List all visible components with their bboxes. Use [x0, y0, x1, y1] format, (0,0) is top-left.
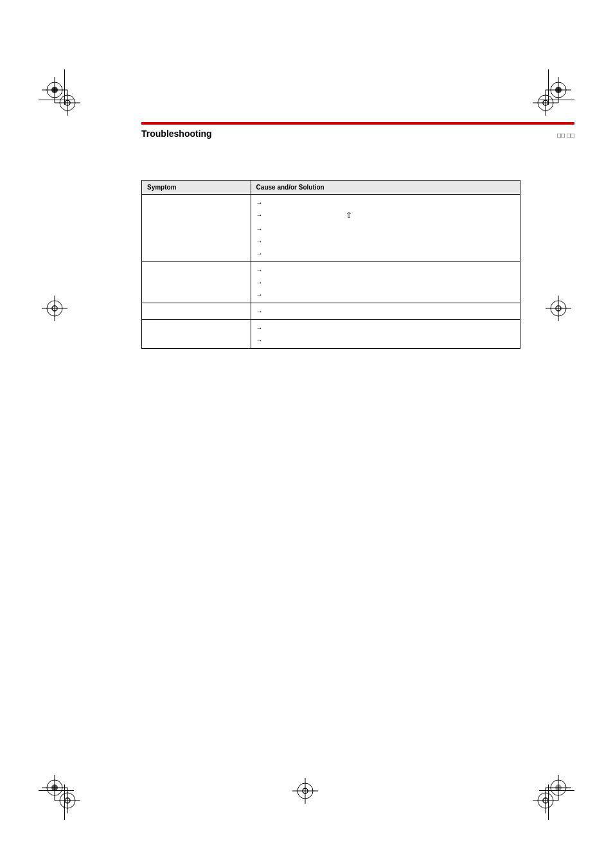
solution-item: →: [256, 336, 515, 344]
arrow-icon: →: [256, 237, 263, 245]
symptom-text-1: [147, 199, 245, 207]
solution-text: [265, 290, 358, 299]
solution-text: ⇧: [265, 211, 352, 221]
arrow-icon: →: [256, 225, 263, 233]
corner-line-br-horizontal: [539, 790, 574, 791]
solution-item: →: [256, 290, 515, 299]
solution-item: →: [256, 324, 515, 332]
solution-cell-2: → →: [251, 261, 520, 303]
col-header-solution: Cause and/or Solution: [251, 181, 520, 195]
solution-item: → ⇧: [256, 211, 515, 221]
reg-mark-top-left-2: [55, 90, 80, 116]
reg-mark-bottom-left-2: [55, 788, 80, 813]
corner-line-tr-horizontal: [539, 100, 574, 100]
solution-text: [265, 237, 358, 245]
intro-text: [141, 148, 514, 167]
reg-mark-bottom-right-2: [533, 788, 558, 813]
printer-icon: ⇧: [346, 211, 352, 221]
main-content: Troubleshooting Symptom Cause and/or Sol…: [141, 122, 574, 349]
table-row: → →: [142, 319, 520, 348]
solution-text: [265, 336, 358, 344]
reg-mark-bottom-center: [292, 778, 318, 804]
arrow-icon: →: [256, 249, 263, 258]
solution-text: [265, 199, 358, 207]
solution-item: →: [256, 266, 515, 274]
solution-text: [265, 278, 358, 287]
symptom-cell-1: [142, 195, 251, 262]
col-header-symptom: Symptom: [142, 181, 251, 195]
arrow-icon: →: [256, 336, 263, 344]
solution-cell-3: →: [251, 303, 520, 319]
solution-text: [265, 225, 358, 233]
table-row: →: [142, 303, 520, 319]
arrow-icon: →: [256, 290, 263, 299]
table-row: → → ⇧ →: [142, 195, 520, 262]
arrow-icon: →: [256, 266, 263, 274]
reg-mark-top-right-2: [533, 90, 558, 116]
reg-mark-middle-left: [42, 296, 67, 321]
symptom-text-2: [147, 266, 245, 274]
arrow-icon: →: [256, 307, 263, 315]
troubleshoot-table: Symptom Cause and/or Solution →: [141, 180, 520, 349]
symptom-cell-2: [142, 261, 251, 303]
solution-item: →: [256, 237, 515, 245]
solution-item: →: [256, 278, 515, 287]
arrow-icon: →: [256, 278, 263, 287]
symptom-cell-3: [142, 303, 251, 319]
page-title: Troubleshooting: [141, 128, 574, 139]
arrow-icon: →: [256, 199, 263, 207]
solution-cell-4: → →: [251, 319, 520, 348]
corner-line-tl-horizontal: [39, 100, 74, 100]
symptom-text-4: [147, 324, 245, 332]
symptom-cell-4: [142, 319, 251, 348]
solution-text: [265, 266, 358, 274]
arrow-icon: →: [256, 211, 263, 219]
solution-item: →: [256, 249, 515, 258]
solution-text: [265, 324, 358, 332]
solution-text: [265, 249, 392, 258]
solution-item: →: [256, 225, 515, 233]
solution-item: →: [256, 307, 515, 315]
arrow-icon: →: [256, 324, 263, 332]
table-row: → →: [142, 261, 520, 303]
section-header-bar: [141, 122, 574, 125]
solution-cell-1: → → ⇧ →: [251, 195, 520, 262]
solution-text: [265, 307, 407, 315]
symptom-text-3: [147, 307, 245, 315]
solution-item: →: [256, 199, 515, 207]
corner-line-bl-horizontal: [39, 790, 74, 791]
